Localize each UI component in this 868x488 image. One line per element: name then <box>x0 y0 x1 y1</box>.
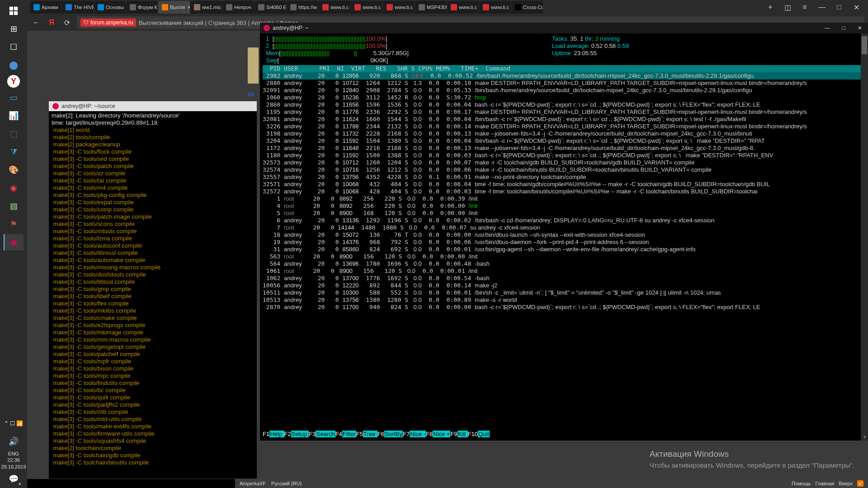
taskbar-app-icon[interactable]: ⬚ <box>4 126 24 142</box>
vscode-icon[interactable]: ⧩ <box>4 144 24 160</box>
process-row[interactable]: 563 root 20 0 8900 156 120 S 0.0 0.0 0:0… <box>263 253 865 260</box>
footer-link[interactable]: Русский (RU) <box>271 481 302 486</box>
process-row[interactable]: 1195 andrey 20 0 11776 2336 2292 S 0.0 0… <box>263 108 865 116</box>
process-row[interactable]: 2860 andrey 20 0 11656 1596 1536 S 0.0 0… <box>263 101 865 108</box>
browser-tab[interactable]: Форум К <box>126 1 158 14</box>
new-tab-button[interactable]: + <box>764 3 777 12</box>
process-row[interactable]: 10513 andrey 20 0 13756 1380 1280 S 0.0 … <box>263 296 865 304</box>
rss-icon[interactable]: ➶ <box>857 480 863 487</box>
footer-link[interactable]: Главная <box>815 481 834 486</box>
footer-link[interactable]: Помощь <box>792 481 811 486</box>
browser-tab[interactable]: www.ti.c <box>479 1 511 14</box>
yandex-icon[interactable]: Y <box>7 75 20 88</box>
process-row[interactable]: 2880 andrey 20 0 10712 1264 1212 S 1.3 0… <box>263 80 865 87</box>
process-row[interactable]: 2982 andrey 20 0 12856 920 868 S 14.6 0.… <box>263 72 865 80</box>
browser-tab[interactable]: Выпле ✕ <box>158 1 190 14</box>
process-row[interactable]: 3226 andrey 20 0 11788 2344 2132 S 0.0 0… <box>263 123 865 130</box>
terminal-make[interactable]: andrey@HP: ~/source make[2]: Leaving dir… <box>49 101 257 479</box>
process-row[interactable]: 1180 andrey 20 0 11592 1500 1388 S 0.0 0… <box>263 152 865 159</box>
process-row[interactable]: 18 andrey 20 0 15072 136 76 T 0.0 0.0 0:… <box>263 231 865 239</box>
scrollbar[interactable]: ▾ <box>861 33 868 441</box>
process-row[interactable]: 32081 andrey 20 0 11624 1660 1544 S 0.0 … <box>263 116 865 123</box>
browser-tab[interactable]: Непроч <box>222 1 254 14</box>
browser-tab[interactable]: The HIVE <box>62 1 94 14</box>
taskbar-app-icon[interactable]: 📊 <box>4 108 24 124</box>
svg-rect-2 <box>9 11 13 15</box>
table-header[interactable]: PID USER PRI NI VIRT RES SHR S CPU% MEM%… <box>263 65 865 72</box>
htop-function-bar[interactable]: F1Help F2Setup F3SearchF4FilterF5Tree F6… <box>263 431 865 438</box>
browser-tab[interactable]: www.ti.c <box>383 1 415 14</box>
taskbar-app-icon[interactable]: ◉ <box>4 180 24 196</box>
process-row[interactable]: 7 root 20 0 14144 1480 1080 S 0.0 0.0 0:… <box>263 224 865 231</box>
browser-tab[interactable]: Архиви <box>30 1 61 14</box>
browser-tab[interactable]: www.ti.c <box>351 1 382 14</box>
menu-icon[interactable]: ≡ <box>798 3 811 12</box>
close-icon[interactable]: ✕ <box>852 24 868 32</box>
taskbar-app-icon[interactable]: ⬤ <box>4 57 24 73</box>
tab-controls: + ◫ ≡ ― □ ✕ <box>764 3 865 12</box>
tray-icons[interactable]: ⌃ ☐ 📶 <box>4 415 24 432</box>
process-row[interactable]: 3204 andrey 20 0 11592 1504 1380 S 0.0 0… <box>263 137 865 145</box>
yandex-button[interactable]: Я <box>46 19 57 27</box>
process-row[interactable]: 1172 andrey 20 0 11648 2216 2168 S 0.0 0… <box>263 145 865 152</box>
process-row[interactable]: 32573 andrey 20 0 10712 1260 1204 S 0.0 … <box>263 159 865 166</box>
back-button[interactable]: ← <box>31 19 42 27</box>
process-row[interactable]: 10056 andrey 20 0 12220 892 844 S 0.0 0.… <box>263 282 865 289</box>
process-row[interactable]: 1060 andrey 20 0 15236 3112 1452 R 0.0 0… <box>263 94 865 101</box>
volume-icon[interactable]: 🔊 <box>4 433 24 450</box>
start-button[interactable] <box>4 3 24 19</box>
browser-tab[interactable]: MSP430I <box>415 1 447 14</box>
notification-icon[interactable]: 💬4 <box>4 471 24 487</box>
reload-button[interactable]: ⟳ <box>61 19 72 27</box>
process-row[interactable]: 564 andrey 20 0 13696 1780 1696 S 0.0 0.… <box>263 260 865 267</box>
browser-tab[interactable]: www.ti.c <box>319 1 350 14</box>
terminal-titlebar[interactable]: andrey@HP: ~/source <box>49 101 257 111</box>
debian-logo-icon <box>264 25 270 31</box>
process-row[interactable]: 3198 andrey 20 0 11732 2228 2168 S 0.0 0… <box>263 130 865 137</box>
files-icon[interactable]: ▤ <box>4 198 24 214</box>
process-row[interactable]: 4 root 20 0 8892 256 220 S 0.0 0.0 0:00.… <box>263 202 865 210</box>
maximize-icon[interactable]: □ <box>835 24 852 32</box>
browser-tab[interactable]: Cross-Co <box>511 1 543 14</box>
flag-icon[interactable]: ⚑ <box>4 216 24 232</box>
browser-tab[interactable]: https://w <box>287 1 318 14</box>
scroll-down-icon[interactable]: ▾ <box>862 433 867 440</box>
task-view-icon[interactable]: ⊞ <box>4 21 24 37</box>
browser-tab[interactable]: Si4060 E <box>255 1 286 14</box>
taskbar-app-icon[interactable]: ☐ <box>4 39 24 55</box>
taskbar-app-icon[interactable]: ▭ <box>4 89 24 106</box>
debian-icon[interactable]: ◉ <box>4 234 24 250</box>
terminal-htop[interactable]: andrey@HP: ~ ― □ ✕ 1 [||||||||||||||||||… <box>260 23 868 441</box>
process-row[interactable]: 1062 andrey 20 0 13700 1776 1692 S 0.0 0… <box>263 275 865 282</box>
minimize-icon[interactable]: ― <box>819 24 835 32</box>
minimize-icon[interactable]: ― <box>816 3 828 12</box>
footer-link[interactable]: AmperkaXF <box>240 481 266 486</box>
palette-icon[interactable]: 🎨 <box>4 162 24 178</box>
terminal-titlebar[interactable]: andrey@HP: ~ ― □ ✕ <box>260 23 868 33</box>
clock[interactable]: 22:3629.10.2019 <box>1 457 26 470</box>
language-indicator[interactable]: ENG <box>8 450 19 457</box>
browser-tab-strip: АрхивиThe HIVEОсновыФорум КВыпле ✕ww1.mi… <box>27 0 868 14</box>
process-row[interactable]: 31 andrey 20 0 85860 824 692 S 0.0 0.0 0… <box>263 246 865 253</box>
bookmark-icon[interactable]: ◫ <box>781 3 794 12</box>
browser-tab[interactable]: ww1.mic <box>190 1 222 14</box>
process-row[interactable]: 32091 andrey 20 0 12840 2908 2784 S 0.0 … <box>263 87 865 94</box>
process-row[interactable]: 32572 andrey 20 0 10068 428 404 S 0.0 0.… <box>263 188 865 195</box>
process-row[interactable]: 1061 root 20 0 8900 156 120 S 0.0 0.0 0:… <box>263 267 865 275</box>
scrollbar-thumb[interactable] <box>862 36 867 54</box>
process-row[interactable]: 32557 andrey 20 0 13756 4352 4228 S 0.0 … <box>263 174 865 181</box>
process-row[interactable]: 19 andrey 20 0 14376 968 792 S 0.0 0.0 0… <box>263 239 865 246</box>
process-row[interactable]: 6 andrey 20 0 13136 1292 1196 S 0.0 0.0 … <box>263 217 865 224</box>
footer-link[interactable]: Вверх <box>839 481 853 486</box>
process-row[interactable]: 32571 andrey 20 0 10068 432 404 S 0.0 0.… <box>263 181 865 188</box>
process-row[interactable]: 32574 andrey 20 0 10716 1256 1212 S 0.0 … <box>263 166 865 174</box>
browser-tab[interactable]: Основы <box>94 1 126 14</box>
terminal-title: andrey@HP: ~/source <box>61 103 115 110</box>
close-icon[interactable]: ✕ <box>850 3 863 12</box>
process-row[interactable]: 1 root 20 0 8892 256 220 S 0.0 0.0 0:00.… <box>263 195 865 202</box>
browser-tab[interactable]: www.ti.c <box>447 1 479 14</box>
maximize-icon[interactable]: □ <box>833 3 845 12</box>
process-row[interactable]: 10511 andrey 20 0 10300 588 552 S 0.0 0.… <box>263 289 865 296</box>
process-row[interactable]: 5 root 20 0 8900 168 120 S 0.0 0.0 0:00.… <box>263 210 865 217</box>
process-row[interactable]: 2870 andrey 20 0 11700 940 824 S 0.0 0.0… <box>263 304 865 311</box>
